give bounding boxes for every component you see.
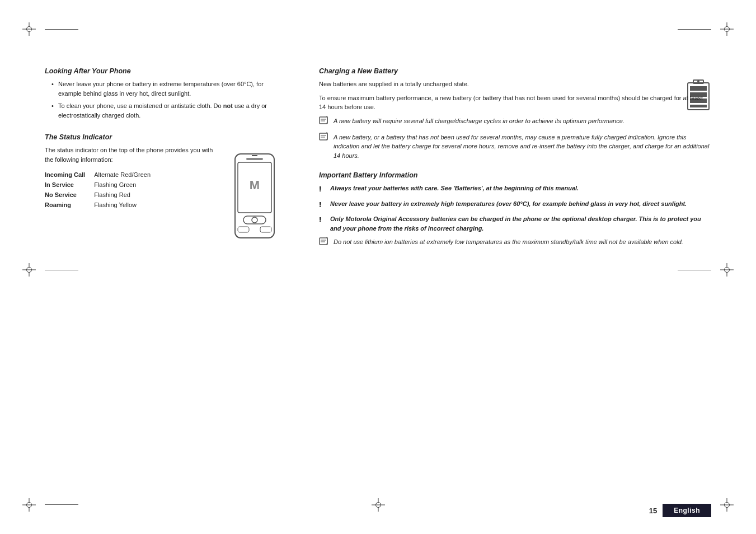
- warning-text-2: Never leave your battery in extremely hi…: [330, 199, 687, 210]
- right-column: Charging a New Battery New batteries are…: [319, 67, 711, 254]
- status-value: Flashing Red: [94, 190, 159, 200]
- warning-item-3: ! Only Motorola Original Accessory batte…: [319, 214, 711, 233]
- svg-point-11: [252, 217, 257, 223]
- svg-rect-7: [235, 154, 274, 238]
- language-badge: English: [663, 504, 711, 517]
- looking-after-title: Looking After Your Phone: [45, 67, 285, 75]
- note-icon-2: [319, 132, 330, 161]
- charging-note-1: A new battery will require several full …: [319, 116, 711, 128]
- charging-title: Charging a New Battery: [319, 67, 711, 75]
- section-status-indicator: The Status Indicator The status indicato…: [45, 133, 285, 241]
- page-number: 15: [649, 507, 657, 515]
- charging-intro1: New batteries are supplied in a totally …: [319, 79, 711, 89]
- warning-icon-2: !: [319, 199, 327, 210]
- hline-top-left: [45, 29, 78, 30]
- svg-rect-9: [246, 158, 263, 160]
- status-table-area: The status indicator on the top of the p…: [45, 146, 218, 210]
- page: Looking After Your Phone Never leave you…: [0, 0, 756, 534]
- crosshair-bot-mid: [372, 498, 385, 512]
- charging-note-2-text: A new battery, or a battery that has not…: [334, 133, 711, 161]
- bullet-item-2: To clean your phone, use a moistened or …: [51, 101, 285, 120]
- table-row: Roaming Flashing Yellow: [45, 200, 159, 210]
- page-footer: 15 English: [649, 504, 711, 517]
- status-value: Alternate Red/Green: [94, 170, 159, 180]
- warning-text-3: Only Motorola Original Accessory batteri…: [330, 214, 711, 233]
- status-label: Incoming Call: [45, 170, 94, 180]
- warning-text-1: Always treat your batteries with care. S…: [330, 184, 579, 195]
- status-value: Flashing Green: [94, 180, 159, 190]
- warning-icon-3: !: [319, 214, 327, 233]
- svg-rect-13: [260, 227, 271, 232]
- crosshair-top-left: [22, 22, 36, 36]
- svg-text:M: M: [250, 178, 260, 192]
- content-area: Looking After Your Phone Never leave you…: [45, 67, 711, 489]
- status-value: Flashing Yellow: [94, 200, 159, 210]
- charging-note-2: A new battery, or a battery that has not…: [319, 133, 711, 161]
- svg-rect-16: [320, 117, 327, 124]
- crosshair-mid-right: [720, 263, 734, 277]
- section-looking-after: Looking After Your Phone Never leave you…: [45, 67, 285, 120]
- status-layout: The status indicator on the top of the p…: [45, 146, 285, 241]
- two-column-layout: Looking After Your Phone Never leave you…: [45, 67, 711, 254]
- warning-item-1: ! Always treat your batteries with care.…: [319, 184, 711, 195]
- charging-intro2: To ensure maximum battery performance, a…: [319, 93, 711, 112]
- section-battery-info: Important Battery Information ! Always t…: [319, 171, 711, 249]
- crosshair-top-right: [720, 22, 734, 36]
- status-label: No Service: [45, 190, 94, 200]
- status-indicator-title: The Status Indicator: [45, 133, 285, 141]
- svg-rect-22: [320, 238, 327, 245]
- status-label: Roaming: [45, 200, 94, 210]
- note-icon-battery: [319, 237, 330, 249]
- status-intro: The status indicator on the top of the p…: [45, 146, 218, 164]
- bullet-item-1: Never leave your phone or battery in ext…: [51, 79, 285, 98]
- left-column: Looking After Your Phone Never leave you…: [45, 67, 285, 254]
- svg-rect-12: [238, 227, 249, 232]
- warning-icon-1: !: [319, 184, 327, 195]
- crosshair-mid-left: [22, 263, 36, 277]
- status-label: In Service: [45, 180, 94, 190]
- table-row: No Service Flashing Red: [45, 190, 159, 200]
- note-icon-1: [319, 116, 330, 128]
- hline-bot-left: [45, 504, 78, 505]
- section-charging: Charging a New Battery New batteries are…: [319, 67, 711, 160]
- crosshair-bot-right: [720, 498, 734, 512]
- battery-info-title: Important Battery Information: [319, 171, 711, 179]
- status-table: Incoming Call Alternate Red/Green In Ser…: [45, 170, 159, 210]
- warning-item-2: ! Never leave your battery in extremely …: [319, 199, 711, 210]
- charging-note-1-text: A new battery will require several full …: [334, 116, 624, 128]
- hline-top-right: [678, 29, 711, 30]
- looking-after-bullets: Never leave your phone or battery in ext…: [45, 79, 285, 120]
- battery-note: Do not use lithium ion batteries at extr…: [319, 237, 711, 249]
- table-row: Incoming Call Alternate Red/Green: [45, 170, 159, 180]
- svg-rect-19: [320, 133, 327, 140]
- crosshair-bot-left: [22, 498, 36, 512]
- phone-illustration: M: [224, 146, 285, 241]
- phone-svg: M: [229, 151, 280, 241]
- table-row: In Service Flashing Green: [45, 180, 159, 190]
- battery-note-text: Do not use lithium ion batteries at extr…: [334, 237, 683, 249]
